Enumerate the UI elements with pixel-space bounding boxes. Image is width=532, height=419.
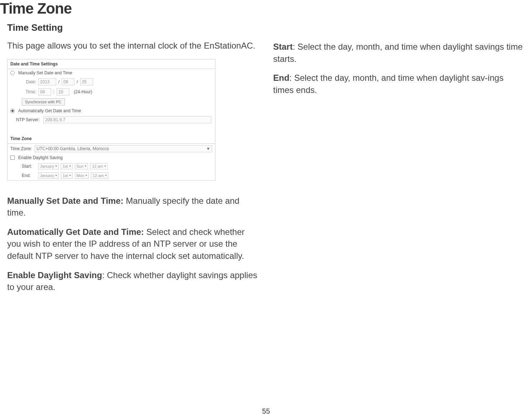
date-month-input[interactable] <box>62 78 74 85</box>
sync-pc-button[interactable]: Synchronize with PC <box>22 98 65 105</box>
dst-start-time-select[interactable]: 12 am▾ <box>90 163 108 169</box>
time-suffix: (24-Hour) <box>74 89 92 94</box>
tz-label: Time Zone: <box>10 146 32 151</box>
chevron-down-icon: ▾ <box>105 174 107 177</box>
paragraph-auto: Automatically Get Date and Time: Select … <box>7 226 259 262</box>
dst-end-label: End: <box>22 173 36 178</box>
panel-header-timezone: Time Zone <box>8 134 215 144</box>
date-day-input[interactable] <box>80 78 93 85</box>
radio-manual[interactable] <box>10 71 15 75</box>
dst-checkbox[interactable] <box>10 156 15 160</box>
chevron-down-icon: ▾ <box>86 174 87 177</box>
radio-manual-label: Manually Set Date and Time <box>18 70 72 75</box>
dst-end-week-select[interactable]: 1st▾ <box>61 172 73 179</box>
chevron-down-icon: ▾ <box>104 164 106 168</box>
timezone-value: UTC+00:00 Gambia, Liberia, Morocco <box>36 146 109 151</box>
dst-label: Enable Daylight Saving <box>18 155 63 160</box>
time-hour-input[interactable] <box>38 88 51 95</box>
paragraph-start: Start: Select the day, month, and time w… <box>273 41 525 65</box>
dst-start-day-select[interactable]: Sun▾ <box>75 163 88 169</box>
dst-start-week-select[interactable]: 1st▾ <box>61 163 73 169</box>
page-title: Time Zone <box>0 0 532 17</box>
dst-start-month-select[interactable]: January▾ <box>38 163 59 169</box>
paragraph-dst: Enable Daylight Saving: Check whether da… <box>7 269 259 293</box>
dst-end-day-select[interactable]: Mon▾ <box>75 172 89 179</box>
time-label: Time: <box>22 89 36 94</box>
ntp-label: NTP Server: <box>16 117 41 122</box>
chevron-down-icon: ▾ <box>55 164 57 168</box>
chevron-down-icon: ▾ <box>85 164 86 168</box>
date-year-input[interactable] <box>38 78 56 85</box>
section-heading: Time Setting <box>7 22 259 33</box>
date-label: Date: <box>22 79 36 84</box>
radio-auto[interactable] <box>10 109 15 113</box>
chevron-down-icon: ▼ <box>206 146 210 151</box>
chevron-down-icon: ▾ <box>69 174 71 177</box>
chevron-down-icon: ▾ <box>69 164 71 168</box>
chevron-down-icon: ▾ <box>55 174 57 177</box>
paragraph-end: End: Select the day, month, and time whe… <box>273 72 525 96</box>
dst-start-label: Start: <box>22 164 36 169</box>
paragraph-manual: Manually Set Date and Time: Manually spe… <box>7 195 259 219</box>
dst-end-month-select[interactable]: January▾ <box>38 172 59 179</box>
dst-end-time-select[interactable]: 12 am▾ <box>91 172 108 179</box>
radio-auto-label: Automatically Get Date and Time <box>18 108 81 113</box>
intro-paragraph: This page allows you to set the internal… <box>7 40 259 52</box>
timezone-select[interactable]: UTC+00:00 Gambia, Liberia, Morocco ▼ <box>35 145 212 152</box>
page-number: 55 <box>0 407 532 415</box>
ntp-server-input[interactable] <box>43 116 211 123</box>
settings-screenshot: Date and Time Settings Manually Set Date… <box>7 59 215 181</box>
panel-header-datetime: Date and Time Settings <box>8 59 215 69</box>
time-min-input[interactable] <box>57 88 69 95</box>
